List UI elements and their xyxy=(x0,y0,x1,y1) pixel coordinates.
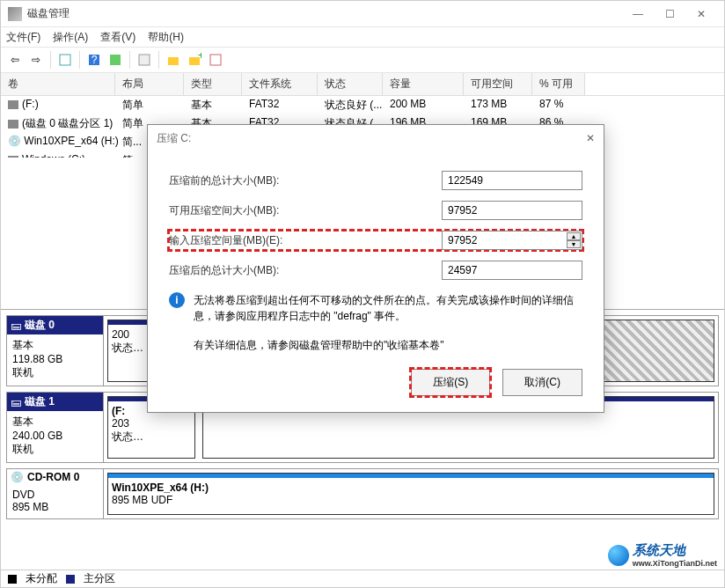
back-icon[interactable]: ⇦ xyxy=(6,51,24,69)
watermark: 系统天地 www.XiTongTianDi.net xyxy=(608,542,717,568)
menu-file[interactable]: 文件(F) xyxy=(6,30,40,45)
value-available: 97952 xyxy=(442,201,582,220)
maximize-button[interactable]: ☐ xyxy=(654,2,685,26)
dialog-title-bar: 压缩 C: ✕ xyxy=(148,125,604,151)
volume-icon xyxy=(8,100,18,109)
forward-icon[interactable]: ⇨ xyxy=(27,51,45,69)
svg-rect-3 xyxy=(110,55,121,65)
disc-icon: 💿 xyxy=(11,471,24,483)
svg-rect-5 xyxy=(168,57,179,65)
disk-icon: 🖴 xyxy=(11,320,21,332)
window-title: 磁盘管理 xyxy=(27,6,622,21)
legend-swatch-unallocated xyxy=(8,575,17,584)
value-total-after: 24597 xyxy=(442,261,582,280)
disk-row: 💿CD-ROM 0 DVD 895 MB Win10XPE_x64 (H:)89… xyxy=(6,468,719,519)
legend: 未分配 主分区 xyxy=(1,570,724,587)
disk-name: 磁盘 1 xyxy=(25,394,55,409)
legend-swatch-primary xyxy=(66,575,75,584)
disk-name: CD-ROM 0 xyxy=(27,471,79,483)
close-button[interactable]: ✕ xyxy=(685,2,717,26)
title-bar: 磁盘管理 — ☐ ✕ xyxy=(1,1,724,27)
legend-label-primary: 主分区 xyxy=(84,571,115,586)
info-text-1: 无法将卷压缩到超出任何不可移动的文件所在的点。有关完成该操作时间的详细信息，请参… xyxy=(194,292,582,324)
menu-bar: 文件(F) 操作(A) 查看(V) 帮助(H) xyxy=(1,27,724,47)
spin-up-icon[interactable]: ▲ xyxy=(567,232,581,240)
toolbar: ⇦ ⇨ ? + xyxy=(1,47,724,73)
refresh-icon[interactable] xyxy=(106,51,124,69)
svg-rect-8 xyxy=(210,55,221,65)
label-available: 可用压缩空间大小(MB): xyxy=(169,203,442,218)
volume-icon xyxy=(8,156,18,158)
col-volume[interactable]: 卷 xyxy=(1,73,115,95)
col-free[interactable]: 可用空间 xyxy=(464,73,532,95)
volume-icon xyxy=(8,120,18,129)
globe-icon xyxy=(608,545,629,566)
input-shrink-amount[interactable]: 97952 ▲▼ xyxy=(442,231,582,250)
col-capacity[interactable]: 容量 xyxy=(383,73,464,95)
disk-icon: 🖴 xyxy=(11,396,21,408)
properties-icon[interactable] xyxy=(135,51,153,69)
label-total-before: 压缩前的总计大小(MB): xyxy=(169,173,442,188)
col-type[interactable]: 类型 xyxy=(184,73,242,95)
info-icon: i xyxy=(169,292,185,308)
disc-icon: 💿 xyxy=(8,135,21,147)
add-icon[interactable]: + xyxy=(186,51,203,69)
minimize-button[interactable]: — xyxy=(622,2,654,26)
menu-action[interactable]: 操作(A) xyxy=(53,30,88,45)
col-percent[interactable]: % 可用 xyxy=(532,73,585,95)
info-text-2: 有关详细信息，请参阅磁盘管理帮助中的"收缩基本卷" xyxy=(194,338,582,353)
cancel-button[interactable]: 取消(C) xyxy=(502,369,582,396)
label-total-after: 压缩后的总计大小(MB): xyxy=(169,263,442,278)
menu-help[interactable]: 帮助(H) xyxy=(148,30,184,45)
help-icon[interactable]: ? xyxy=(85,51,103,69)
spin-down-icon[interactable]: ▼ xyxy=(567,240,581,248)
svg-text:?: ? xyxy=(92,54,98,66)
label-shrink-amount: 输入压缩空间量(MB)(E): xyxy=(169,233,442,248)
dialog-close-icon[interactable]: ✕ xyxy=(586,132,595,144)
svg-text:+: + xyxy=(198,53,201,62)
col-filesystem[interactable]: 文件系统 xyxy=(242,73,318,95)
volume-table-header: 卷 布局 类型 文件系统 状态 容量 可用空间 % 可用 xyxy=(1,73,724,96)
settings-icon[interactable] xyxy=(207,51,224,69)
col-status[interactable]: 状态 xyxy=(318,73,383,95)
menu-view[interactable]: 查看(V) xyxy=(100,30,135,45)
svg-rect-4 xyxy=(139,55,150,65)
partition[interactable]: Win10XPE_x64 (H:)895 MB UDF xyxy=(107,473,714,515)
disk-name: 磁盘 0 xyxy=(25,318,55,333)
svg-rect-0 xyxy=(60,55,70,65)
open-icon[interactable] xyxy=(165,51,182,69)
dialog-title: 压缩 C: xyxy=(157,131,191,146)
value-total-before: 122549 xyxy=(442,171,582,190)
table-row[interactable]: (F:)简单基本FAT32状态良好 (...200 MB173 MB87 % xyxy=(1,96,724,114)
shrink-button[interactable]: 压缩(S) xyxy=(411,369,490,396)
legend-label-unallocated: 未分配 xyxy=(26,571,57,586)
shrink-dialog: 压缩 C: ✕ 压缩前的总计大小(MB): 122549 可用压缩空间大小(MB… xyxy=(147,124,604,413)
col-layout[interactable]: 布局 xyxy=(115,73,184,95)
app-icon xyxy=(8,7,22,21)
list-view-icon[interactable] xyxy=(56,51,74,69)
